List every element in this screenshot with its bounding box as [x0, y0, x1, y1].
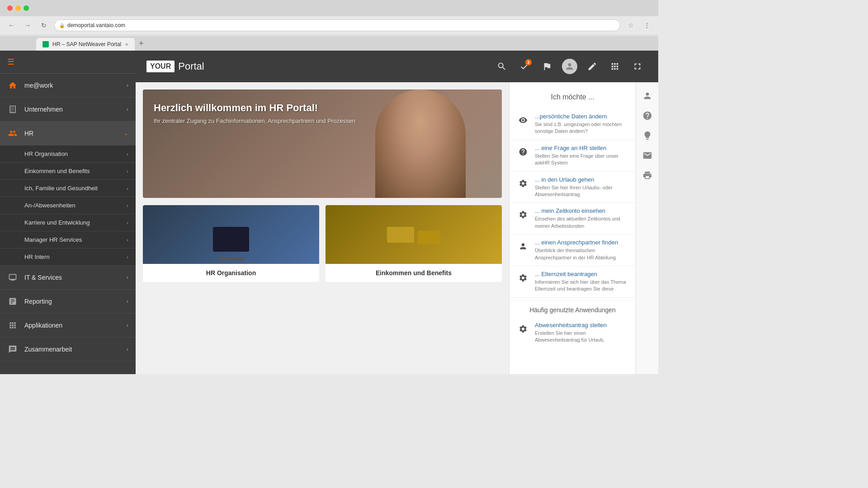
- menu-button[interactable]: ⋮: [641, 19, 653, 31]
- sidebar-item-it-services[interactable]: IT & Services ›: [0, 266, 136, 290]
- quick-link-zeitkonto[interactable]: ... mein Zeitkonto einsehen Einsehen des…: [509, 203, 636, 235]
- browser-toolbar: ← → ↻ 🔒 demoportal.vantaio.com ☆ ⋮: [0, 16, 658, 34]
- gear-icon: [517, 323, 529, 335]
- tasks-badge: 2: [525, 59, 532, 66]
- active-tab[interactable]: HR – SAP NetWeaver Portal ✕: [36, 38, 135, 51]
- chat-icon: [7, 344, 18, 355]
- sidebar-item-me-work[interactable]: me@work ›: [0, 74, 136, 98]
- titlebar: [0, 0, 658, 16]
- tab-favicon: [42, 41, 49, 47]
- browser-chrome: ← → ↻ 🔒 demoportal.vantaio.com ☆ ⋮: [0, 0, 658, 36]
- sidebar-item-label: Unternehmen: [24, 106, 120, 113]
- hero-subtitle: Ihr zentraler Zugang zu Fachinformatione…: [154, 117, 355, 124]
- search-button[interactable]: [492, 56, 512, 76]
- subnav-item-karriere[interactable]: Karriere und Entwicklung ›: [0, 214, 136, 231]
- quick-link-title: ... mein Zeitkonto einsehen: [535, 207, 628, 214]
- sidebar-nav: me@work › Unternehmen › HR ⌄: [0, 74, 136, 374]
- subnav-item-hr-organisation[interactable]: HR Organisation ›: [0, 145, 136, 163]
- traffic-lights: [7, 5, 29, 11]
- quick-link-content: ... Elternzeit beantragen Informieren Si…: [535, 271, 628, 293]
- cards-row: HR Organisation Einkommen und Benefits: [143, 205, 502, 282]
- quick-link-elternzeit[interactable]: ... Elternzeit beantragen Informieren Si…: [509, 266, 636, 298]
- sidebar-item-applikationen[interactable]: Applikationen ›: [0, 314, 136, 338]
- building-icon: [7, 104, 18, 115]
- quick-link-personal-data[interactable]: ...persönliche Daten ändern Sie sind z.B…: [509, 108, 636, 140]
- new-tab-button[interactable]: +: [135, 38, 147, 51]
- quick-link-urlaub[interactable]: ... in den Urlaub gehen Stellen Sie hier…: [509, 172, 636, 203]
- chevron-right-icon: ›: [127, 346, 128, 352]
- people-icon: [7, 128, 18, 139]
- hamburger-icon[interactable]: ☰: [7, 57, 14, 67]
- quick-link-hr-question[interactable]: ... eine Frage an HR stellen Stellen Sie…: [509, 140, 636, 172]
- chevron-right-icon: ›: [127, 220, 128, 225]
- quick-link-content: ...persönliche Daten ändern Sie sind z.B…: [535, 113, 628, 135]
- subnav-label: Ich, Familie und Gesundheit: [24, 185, 123, 192]
- sidebar-item-hr[interactable]: HR ⌄: [0, 122, 136, 145]
- back-button[interactable]: ←: [5, 19, 17, 31]
- subnav-label: Einkommen und Benefits: [24, 168, 123, 174]
- hero-text: Herzlich willkommen im HR Portal! Ihr ze…: [154, 102, 355, 124]
- logo-box: YOUR: [146, 61, 175, 72]
- person-icon: [517, 240, 529, 253]
- chevron-right-icon: ›: [127, 186, 128, 191]
- eye-icon: [517, 114, 529, 127]
- chevron-right-icon: ›: [127, 322, 128, 328]
- bookmark-button[interactable]: ☆: [625, 19, 637, 31]
- sidebar-item-label: IT & Services: [24, 274, 120, 281]
- card-hr-organisation[interactable]: HR Organisation: [143, 205, 319, 282]
- far-right-sidebar: [636, 82, 658, 374]
- address-bar[interactable]: 🔒 demoportal.vantaio.com: [54, 19, 620, 31]
- monitor-icon: [7, 272, 18, 283]
- card-image-hr: [143, 205, 319, 264]
- subnav-item-einkommen[interactable]: Einkommen und Benefits ›: [0, 163, 136, 180]
- logo: YOUR Portal: [146, 61, 204, 72]
- far-right-person-icon[interactable]: [639, 88, 656, 104]
- far-right-lightbulb-icon[interactable]: [639, 127, 656, 144]
- hero-banner: Herzlich willkommen im HR Portal! Ihr ze…: [143, 89, 502, 198]
- chevron-right-icon: ›: [127, 169, 128, 174]
- far-right-help-icon[interactable]: [639, 108, 656, 124]
- quick-link-desc: Einsehen des aktuellen Zeitkontos und me…: [535, 216, 628, 230]
- reload-button[interactable]: ↻: [38, 19, 50, 31]
- quick-link-desc: Stellen Sie hier Ihren Urlaubs- oder Abw…: [535, 184, 628, 198]
- far-right-print-icon[interactable]: [639, 167, 656, 183]
- subnav-item-hr-intern[interactable]: HR Intern ›: [0, 249, 136, 266]
- gear-icon: [517, 177, 529, 190]
- subnav-label: Karriere und Entwicklung: [24, 219, 123, 226]
- grid-icon: [7, 320, 18, 331]
- far-right-mail-icon[interactable]: [639, 147, 656, 164]
- quick-link-ansprechpartner[interactable]: ... einen Ansprechpartner finden Überbli…: [509, 235, 636, 266]
- edit-button[interactable]: [582, 56, 602, 76]
- subnav-item-ich-familie[interactable]: Ich, Familie und Gesundheit ›: [0, 180, 136, 197]
- quick-link-desc: Informieren Sie sich hier über das Thema…: [535, 279, 628, 293]
- chevron-right-icon: ›: [127, 106, 128, 113]
- close-button[interactable]: [7, 5, 13, 11]
- chevron-right-icon: ›: [127, 298, 128, 305]
- tasks-button[interactable]: 2: [514, 56, 534, 76]
- avatar-button[interactable]: [560, 56, 580, 76]
- chevron-right-icon: ›: [127, 237, 128, 243]
- content-area: Herzlich willkommen im HR Portal! Ihr ze…: [136, 82, 658, 374]
- main-area: YOUR Portal 2: [136, 51, 658, 374]
- content-main: Herzlich willkommen im HR Portal! Ihr ze…: [136, 82, 509, 374]
- sidebar-item-label: me@work: [24, 82, 120, 89]
- forward-button[interactable]: →: [22, 19, 33, 31]
- lock-icon: 🔒: [59, 23, 65, 28]
- subnav-item-abwesenheiten[interactable]: An-/Abwesenheiten ›: [0, 197, 136, 214]
- sidebar-item-reporting[interactable]: Reporting ›: [0, 290, 136, 314]
- sidebar-item-zusammenarbeit[interactable]: Zusammenarbeit ›: [0, 338, 136, 361]
- maximize-button[interactable]: [24, 5, 29, 11]
- app-container: ☰ me@work › Unternehmen ›: [0, 51, 658, 374]
- subnav-item-manager-hr[interactable]: Manager HR Services ›: [0, 231, 136, 249]
- sidebar-item-unternehmen[interactable]: Unternehmen ›: [0, 98, 136, 122]
- sidebar-item-label: Zusammenarbeit: [24, 346, 120, 353]
- minimize-button[interactable]: [15, 5, 21, 11]
- tab-close-icon[interactable]: ✕: [125, 42, 128, 47]
- card-label: Einkommen und Benefits: [326, 264, 502, 282]
- apps-button[interactable]: [605, 56, 625, 76]
- quick-link-content: ... einen Ansprechpartner finden Überbli…: [535, 239, 628, 261]
- card-einkommen[interactable]: Einkommen und Benefits: [326, 205, 502, 282]
- fullscreen-button[interactable]: [627, 56, 647, 76]
- flag-button[interactable]: [537, 56, 557, 76]
- quick-link-abwesenheit[interactable]: Abwesenheitsantrag stellen Erstellen Sie…: [509, 317, 636, 348]
